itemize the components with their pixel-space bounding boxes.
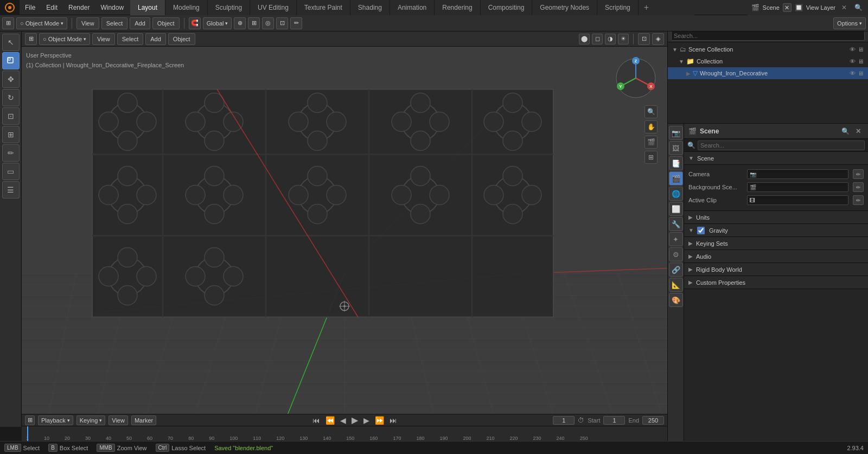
nav-gizmo[interactable]: Z X Y — [614, 56, 658, 100]
prop-tab-object[interactable]: ⬜ — [669, 202, 683, 216]
bg-scene-field[interactable]: 🎬 — [747, 182, 848, 192]
gravity-section-header[interactable]: ▼ Gravity — [684, 224, 868, 237]
overlay-toggle[interactable]: ⊡ — [638, 33, 650, 45]
vis-icon[interactable]: 👁 — [850, 46, 856, 53]
scene-section-header[interactable]: ▼ Scene — [684, 152, 868, 165]
audio-section-header[interactable]: ▶ Audio — [684, 250, 868, 263]
mode-dropdown[interactable]: ○ Object Mode ▾ — [16, 17, 67, 29]
vp-view-btn[interactable]: View — [92, 33, 115, 45]
marker-dropdown[interactable]: Marker — [131, 415, 156, 425]
custom-props-section-header[interactable]: ▶ Custom Properties — [684, 276, 868, 289]
col-vis-icon[interactable]: 👁 — [850, 58, 856, 65]
play-btn[interactable]: ▶ — [350, 415, 359, 425]
snap-icon[interactable]: 🧲 — [189, 17, 201, 29]
tab-scripting[interactable]: Scripting — [597, 0, 639, 15]
camera-btn[interactable]: 🎬 — [644, 136, 658, 149]
playback-dropdown[interactable]: Playback ▾ — [38, 415, 73, 425]
grease-icon[interactable]: ✏ — [290, 17, 302, 29]
tab-texture-paint[interactable]: Texture Paint — [297, 0, 350, 15]
camera-field[interactable]: 📷 — [747, 169, 848, 179]
object-menu-btn[interactable]: Object — [152, 17, 180, 29]
menu-edit[interactable]: Edit — [41, 0, 63, 15]
rigid-body-section-header[interactable]: ▶ Rigid Body World — [684, 263, 868, 276]
prop-tab-material[interactable]: 🎨 — [669, 293, 683, 307]
obj-vis-icon[interactable]: 👁 — [850, 70, 856, 76]
viewport-shading-material[interactable]: ◑ — [605, 34, 616, 44]
editor-type-btn[interactable]: ⊞ — [2, 17, 14, 29]
tab-uv-editing[interactable]: UV Editing — [250, 0, 297, 15]
play-start-btn[interactable]: ⏮ — [311, 416, 321, 425]
gravity-checkbox[interactable] — [697, 227, 705, 234]
next-keyframe-btn[interactable]: ▶ — [362, 416, 371, 425]
prop-tab-view-layer[interactable]: 📑 — [669, 156, 683, 170]
vp-editor-icon[interactable]: ⊞ — [25, 33, 37, 45]
menu-window[interactable]: Window — [95, 0, 129, 15]
props-close-btn[interactable]: ✕ — [853, 126, 864, 137]
rotate-tool-btn[interactable]: ↻ — [2, 89, 20, 106]
zoom-btn[interactable]: 🔍 — [644, 105, 658, 118]
timeline-view-dropdown[interactable]: View — [108, 415, 128, 425]
prop-tab-constraints[interactable]: 🔗 — [669, 263, 683, 277]
vp-mode-dropdown[interactable]: ○ Object Mode ▾ — [39, 33, 90, 45]
prop-tab-scene[interactable]: 🎬 — [669, 171, 683, 186]
props-search-input[interactable] — [698, 140, 865, 150]
props-search-icon[interactable]: 🔍 — [840, 126, 851, 137]
start-frame-input[interactable] — [603, 416, 625, 425]
3d-viewport[interactable]: User Perspective (1) Collection | Wrough… — [22, 47, 667, 414]
proportional-icon[interactable]: ◎ — [262, 17, 274, 29]
select-tool-btn[interactable] — [2, 52, 20, 69]
outliner-search-input[interactable] — [671, 31, 865, 41]
vp-add-btn[interactable]: Add — [145, 33, 166, 45]
prev-keyframe-btn[interactable]: ◀ — [339, 416, 347, 425]
prop-tab-modifiers[interactable]: 🔧 — [669, 217, 683, 231]
tab-sculpting[interactable]: Sculpting — [208, 0, 250, 15]
camera-pick-btn[interactable]: ✏ — [853, 169, 864, 179]
close-scene-btn[interactable]: ✕ — [783, 3, 792, 12]
tab-animation[interactable]: Animation — [390, 0, 435, 15]
timeline-editor-icon[interactable]: ⊞ — [25, 415, 35, 425]
annotate-tool-btn[interactable]: ✏ — [2, 144, 20, 162]
outliner-scene-collection[interactable]: ▼ 🗂 Scene Collection 👁 🖥 — [668, 43, 868, 55]
current-frame-input[interactable] — [553, 416, 575, 425]
viewport-shading-solid[interactable]: ⬤ — [579, 34, 590, 44]
transform-tool-btn[interactable]: ⊞ — [2, 126, 20, 143]
col-restrict-icon[interactable]: 🖥 — [858, 58, 864, 65]
prop-tab-world[interactable]: 🌐 — [669, 187, 683, 201]
vp-select-btn[interactable]: Select — [117, 33, 144, 45]
search-icon[interactable]: 🔍 — [853, 2, 864, 13]
prop-tab-physics[interactable]: ⚙ — [669, 247, 683, 261]
keying-sets-section-header[interactable]: ▶ Keying Sets — [684, 237, 868, 250]
vp-object-btn[interactable]: Object — [168, 33, 195, 45]
tab-geometry-nodes[interactable]: Geometry Nodes — [532, 0, 597, 15]
prop-tab-particles[interactable]: ✦ — [669, 232, 683, 246]
restrict-icon[interactable]: 🖥 — [858, 46, 864, 53]
bg-scene-pick-btn[interactable]: ✏ — [853, 182, 864, 192]
end-frame-input[interactable] — [642, 416, 664, 425]
snap-toggle[interactable]: ⊞ — [248, 17, 260, 29]
keying-dropdown[interactable]: Keying ▾ — [76, 415, 106, 425]
prop-tab-output[interactable]: 🖼 — [669, 141, 683, 155]
add-menu-btn[interactable]: Add — [130, 17, 150, 29]
outliner-collection[interactable]: ▼ 📁 Collection 👁 🖥 — [668, 55, 868, 67]
add-tool-btn[interactable]: ☰ — [2, 181, 20, 199]
scale-tool-btn[interactable]: ⊡ — [2, 107, 20, 125]
view-layer-close[interactable]: ✕ — [839, 2, 850, 13]
tab-shading[interactable]: Shading — [350, 0, 390, 15]
measure-tool-btn[interactable]: ▭ — [2, 163, 20, 180]
play-end-btn[interactable]: ⏭ — [388, 416, 398, 425]
options-dropdown[interactable]: Options ▾ — [833, 17, 866, 29]
prop-tab-render[interactable]: 📷 — [669, 126, 683, 140]
menu-render[interactable]: Render — [63, 0, 95, 15]
view-menu-btn[interactable]: View — [76, 17, 99, 29]
next-frame-btn[interactable]: ⏩ — [374, 416, 385, 425]
xray-toggle[interactable]: ◈ — [652, 33, 664, 45]
pan-btn[interactable]: ✋ — [644, 120, 658, 133]
active-clip-pick-btn[interactable]: ✏ — [853, 195, 864, 205]
viewport-shading-rendered[interactable]: ☀ — [618, 34, 629, 44]
units-section-header[interactable]: ▶ Units — [684, 211, 868, 224]
outliner-object[interactable]: ▶ ▽ Wrought_Iron_Decorative 👁 🖥 — [668, 67, 868, 79]
snap2-icon[interactable]: ⊡ — [276, 17, 288, 29]
select-menu-btn[interactable]: Select — [101, 17, 128, 29]
cursor-tool-btn[interactable]: ↖ — [2, 34, 20, 51]
active-clip-field[interactable]: 🎞 — [747, 195, 848, 205]
